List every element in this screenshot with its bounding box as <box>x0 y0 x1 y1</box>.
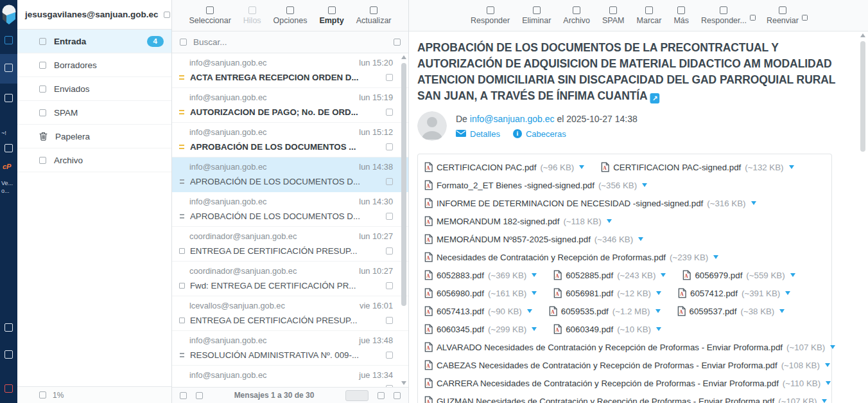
msg-m-s-button[interactable]: Más <box>673 6 689 25</box>
attachment-menu-icon[interactable] <box>656 291 661 295</box>
message-row[interactable]: coordinador@sanjuan.gob.ec lun 10:27 Fwd… <box>172 262 408 296</box>
attachment-item[interactable]: A Formato_2_ET Bienes -signed-signed.pdf… <box>424 180 647 190</box>
message-checkbox[interactable] <box>386 213 393 220</box>
message-checkbox[interactable] <box>386 282 393 289</box>
roundcube-logo-icon[interactable] <box>1 4 17 29</box>
attachment-menu-icon[interactable] <box>661 273 666 277</box>
message-row[interactable]: lcevallos@sanjuan.gob.ec vie 16:01 ENTRE… <box>172 296 408 331</box>
attachment-item[interactable]: A CARRERA Necesidades de Contratación y … <box>424 378 831 388</box>
reading-scroll-up-icon[interactable] <box>860 33 865 37</box>
sidebar-item-entrada[interactable]: Entrada 4 <box>17 30 171 53</box>
msg-responder-button[interactable]: Responder <box>471 6 510 25</box>
attachment-menu-icon[interactable] <box>713 255 718 259</box>
attachment-item[interactable]: A 6052885.pdf (~243 KB) <box>553 270 666 280</box>
next-page-icon[interactable] <box>378 392 385 399</box>
sidebar-item-enviados[interactable]: Enviados <box>17 77 171 101</box>
attachment-item[interactable]: A 6056980.pdf (~161 KB) <box>424 288 537 298</box>
attachment-item[interactable]: A 6056979.pdf (~559 KB) <box>682 270 795 280</box>
rail-mail-icon[interactable] <box>4 36 13 44</box>
first-page-icon[interactable] <box>180 392 187 399</box>
attachment-item[interactable]: A INFORME DE DETERMINACION DE NECESIDAD … <box>424 198 756 208</box>
rail-settings-icon[interactable] <box>4 144 13 152</box>
reading-scrollbar-thumb[interactable] <box>860 41 865 152</box>
message-checkbox[interactable] <box>386 178 393 185</box>
attachment-item[interactable]: A 6060345.pdf (~299 KB) <box>424 324 537 334</box>
prev-page-icon[interactable] <box>196 392 203 399</box>
cpanel-logo[interactable]: cP <box>3 163 11 170</box>
attachment-menu-icon[interactable] <box>638 237 643 241</box>
attachment-item[interactable]: A ALVARADO Necesidades de Contratación y… <box>424 342 835 352</box>
list-actualizar-button[interactable]: Actualizar <box>356 6 392 25</box>
last-page-icon[interactable] <box>394 392 401 399</box>
rail-contacts-icon[interactable] <box>4 94 13 102</box>
sidebar-item-archivo[interactable]: Archivo <box>17 148 171 172</box>
attachment-menu-icon[interactable] <box>822 399 827 403</box>
account-menu-icon[interactable] <box>164 12 170 18</box>
rail-logout-icon[interactable] <box>4 384 13 393</box>
msg-marcar-button[interactable]: Marcar <box>637 6 662 25</box>
message-row[interactable]: info@sanjuan.gob.ec lun 14:38 APROBACIÓN… <box>172 157 408 192</box>
list-empty-button[interactable]: Empty <box>319 6 343 25</box>
sidebar-item-papelera[interactable]: Papelera <box>17 125 171 148</box>
page-number-input[interactable] <box>345 390 369 401</box>
search-input[interactable]: Buscar... <box>193 37 387 47</box>
attachment-menu-icon[interactable] <box>789 165 794 169</box>
search-bar[interactable]: Buscar... <box>172 31 408 53</box>
message-checkbox[interactable] <box>386 143 393 150</box>
attachment-menu-icon[interactable] <box>532 273 537 277</box>
msg-responder-dropdown-icon[interactable] <box>750 15 756 21</box>
message-row[interactable]: info@sanjuan.gob.ec jue 13:34 <box>172 366 408 387</box>
attachment-menu-icon[interactable] <box>830 345 835 349</box>
attachment-menu-icon[interactable] <box>579 165 584 169</box>
msg-reenviar-dropdown-icon[interactable] <box>802 15 808 21</box>
rail-compose-icon[interactable] <box>4 64 13 72</box>
list-scrollbar[interactable] <box>400 55 408 385</box>
rail-about-icon[interactable] <box>4 350 13 359</box>
message-row[interactable]: info@sanjuan.gob.ec jue 13:48 RESOLUCIÓN… <box>172 331 408 366</box>
account-email[interactable]: jesusgavilanes@sanjuan.gob.ec <box>25 10 159 19</box>
message-checkbox[interactable] <box>386 109 393 116</box>
attachment-item[interactable]: A 6057412.pdf (~391 KB) <box>678 288 790 298</box>
scroll-up-icon[interactable] <box>401 55 406 59</box>
details-link[interactable]: Detalles <box>470 129 500 139</box>
message-row[interactable]: info@sanjuan.gob.ec lun 15:12 APROBACIÓN… <box>172 123 408 157</box>
message-checkbox[interactable] <box>386 317 393 324</box>
list-opciones-button[interactable]: Opciones <box>273 6 308 25</box>
attachment-menu-icon[interactable] <box>642 183 647 187</box>
reading-scrollbar[interactable] <box>859 33 867 393</box>
search-icon[interactable] <box>180 39 187 46</box>
attachment-item[interactable]: A Necesidades de Contratación y Recepció… <box>424 252 718 262</box>
rail-help-icon[interactable] <box>4 323 13 332</box>
attachment-menu-icon[interactable] <box>826 381 831 385</box>
open-in-new-window-icon[interactable]: ↗ <box>650 93 660 103</box>
headers-link[interactable]: Cabeceras <box>526 129 566 139</box>
list-hilos-button[interactable]: Hilos <box>243 6 261 25</box>
sidebar-item-borradores[interactable]: Borradores <box>17 53 171 77</box>
attachment-menu-icon[interactable] <box>779 309 785 313</box>
message-checkbox[interactable] <box>386 74 393 81</box>
attachment-item[interactable]: A CERTIFICACION PAC-signed.pdf (~132 KB) <box>601 162 794 172</box>
msg-spam-button[interactable]: SPAM <box>602 6 625 25</box>
attachment-menu-icon[interactable] <box>532 327 537 331</box>
search-options-icon[interactable] <box>394 39 401 46</box>
attachment-menu-icon[interactable] <box>655 309 661 313</box>
message-checkbox[interactable] <box>386 352 393 359</box>
attachment-menu-icon[interactable] <box>656 327 661 331</box>
message-row[interactable]: info@sanjuan.gob.ec lun 14:30 APROBACIÓN… <box>172 192 408 227</box>
attachment-menu-icon[interactable] <box>785 291 790 295</box>
attachment-menu-icon[interactable] <box>527 309 532 313</box>
attachment-item[interactable]: A MEMORANDUM 182-signed.pdf (~118 KB) <box>424 216 612 226</box>
message-checkbox[interactable] <box>386 247 393 255</box>
message-row[interactable]: info@sanjuan.gob.ec lun 15:20 ACTA ENTRE… <box>172 53 408 88</box>
attachment-item[interactable]: A 6059537.pdf (~38 KB) <box>677 306 785 316</box>
msg-eliminar-button[interactable]: Eliminar <box>522 6 551 25</box>
attachment-item[interactable]: A GUZMAN Necesidades de Contratación y R… <box>424 396 827 403</box>
msg-archivo-button[interactable]: Archivo <box>563 6 590 25</box>
message-row[interactable]: coordinador@sanjuan.gob.ec lun 10:27 ENT… <box>172 227 408 262</box>
attachment-item[interactable]: A 6057413.pdf (~90 KB) <box>424 306 532 316</box>
sender-email-link[interactable]: info@sanjuan.gob.ec <box>470 114 555 124</box>
sidebar-item-spam[interactable]: SPAM <box>17 101 171 125</box>
attachment-item[interactable]: A 6056981.pdf (~12 KB) <box>553 288 661 298</box>
list-seleccionar-button[interactable]: Seleccionar <box>189 6 230 25</box>
attachment-item[interactable]: A CABEZAS Necesidades de Contratación y … <box>424 360 830 370</box>
